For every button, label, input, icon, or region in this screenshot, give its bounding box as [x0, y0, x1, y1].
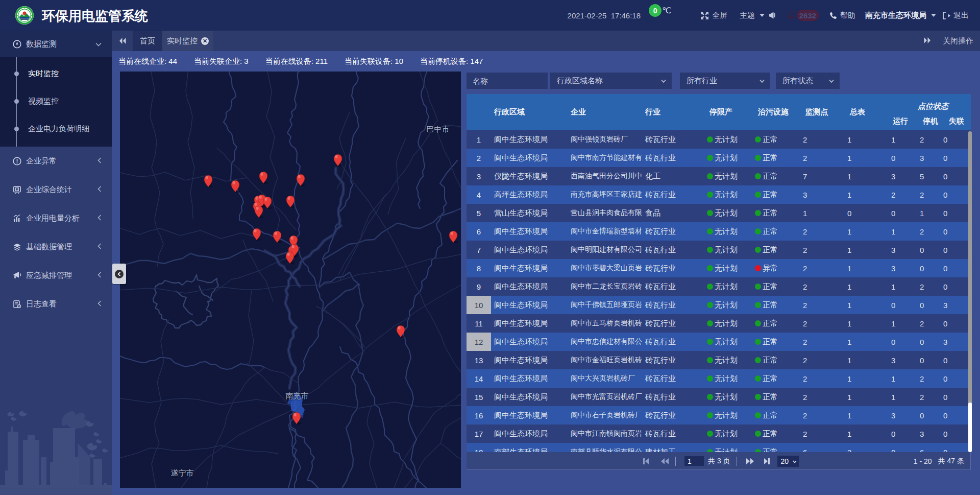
- first-page-button[interactable]: [643, 458, 649, 465]
- theme-dropdown[interactable]: 主题: [740, 11, 765, 20]
- status-filter-select[interactable]: 所有状态: [776, 73, 840, 89]
- header-treatment[interactable]: 治污设施: [751, 94, 800, 130]
- sidebar-item-5[interactable]: 应急减排管理: [0, 261, 112, 290]
- table-row[interactable]: 16阆中生态环境局阆中市石子页岩机砖厂砖瓦行业无计划正常21300: [467, 406, 971, 425]
- cell-index: 7: [467, 241, 491, 259]
- tabs-scroll-left-button[interactable]: [112, 31, 133, 51]
- cell-index: 18: [467, 443, 491, 452]
- table-row[interactable]: 3仪陇生态环境局西南油气田分公司川中化工无计划正常71350: [467, 167, 971, 185]
- map-pin-icon[interactable]: [254, 205, 264, 218]
- header-run[interactable]: 运行: [882, 112, 919, 130]
- sidebar-subitem-0-1[interactable]: 视频监控: [0, 87, 112, 115]
- header-meter[interactable]: 总表: [833, 94, 882, 130]
- tabs-scroll-right-button[interactable]: [923, 37, 932, 45]
- table-row[interactable]: 18南部生态环境局南部县顺华水泥有限公建材加工无计划正常62060: [467, 443, 971, 452]
- cell-meter: 1: [833, 425, 882, 443]
- header-monitor[interactable]: 监测点: [800, 94, 833, 130]
- close-operations-dropdown[interactable]: 关闭操作: [943, 36, 973, 46]
- fullscreen-button[interactable]: 全屏: [700, 11, 727, 20]
- table-row[interactable]: 11阆中生态环境局阆中市五马桥页岩机砖砖瓦行业无计划正常21120: [467, 314, 971, 333]
- sidebar-item-0[interactable]: 数据监测: [0, 31, 112, 57]
- table-row[interactable]: 7阆中生态环境局阆中明阳建材有限公司砖瓦行业无计划正常21300: [467, 241, 971, 259]
- sidebar-subitem-label: 视频监控: [28, 97, 59, 106]
- region-filter-select[interactable]: 行政区域名称: [550, 73, 672, 89]
- table-row[interactable]: 6阆中生态环境局阆中市金博瑞新型墙材砖瓦行业无计划正常21120: [467, 222, 971, 241]
- map-pin-icon[interactable]: [204, 174, 213, 187]
- sidebar-item-2[interactable]: 企业综合统计: [0, 175, 112, 204]
- sidebar-item-3[interactable]: 企业用电量分析: [0, 204, 112, 232]
- map-panel-collapse-button[interactable]: [112, 264, 126, 284]
- notifications[interactable]: 2632: [787, 10, 819, 21]
- table-row[interactable]: 15阆中生态环境局阆中市光富页岩机砖厂砖瓦行业无计划正常21120: [467, 388, 971, 406]
- map-pin-icon[interactable]: [263, 196, 273, 209]
- org-dropdown[interactable]: 南充市生态环境局: [865, 11, 936, 20]
- map-pin-icon[interactable]: [252, 227, 262, 241]
- page-number-input[interactable]: [684, 456, 704, 466]
- sidebar-item-6[interactable]: 日志查看: [0, 290, 112, 318]
- help-button[interactable]: 帮助: [829, 11, 855, 20]
- cell-company: 阆中千佛镇五郎垭页岩: [567, 296, 642, 314]
- table-row[interactable]: 1阆中生态环境局阆中强锐页岩砖厂砖瓦行业无计划正常21120: [467, 130, 971, 149]
- page-size-select[interactable]: 20: [777, 456, 799, 467]
- status-dot-icon: [707, 320, 713, 326]
- map-pin-icon[interactable]: [296, 173, 306, 186]
- header-lost[interactable]: 失联: [942, 112, 971, 130]
- sidebar-subitem-0-0[interactable]: 实时监控: [0, 60, 112, 87]
- sidebar-subitem-0-2[interactable]: 企业电力负荷明细: [0, 115, 112, 143]
- header-industry[interactable]: 行业: [642, 94, 702, 130]
- cell-treatment: 正常: [751, 130, 800, 149]
- table-row[interactable]: 9阆中生态环境局阆中市二龙长宝页岩砖砖瓦行业无计划正常21120: [467, 277, 971, 296]
- sidebar-item-4[interactable]: 基础数据管理: [0, 232, 112, 261]
- double-chevron-left-icon: [118, 37, 127, 44]
- table-row[interactable]: 12阆中生态环境局阆中市忠信建材有限公砖瓦行业无计划正常21003: [467, 333, 971, 351]
- next-page-icon: [746, 458, 754, 465]
- table-scrollbar-thumb[interactable]: [968, 403, 972, 452]
- table-row[interactable]: 13阆中生态环境局阆中市金福旺页岩机砖砖瓦行业无计划正常21300: [467, 351, 971, 369]
- table-row[interactable]: 17阆中生态环境局阆中市江南镇阆南页岩砖瓦行业无计划正常21030: [467, 425, 971, 443]
- stat-item: 当前在线企业: 44: [118, 57, 177, 66]
- header-company[interactable]: 企业: [567, 94, 642, 130]
- tab-home[interactable]: 首页: [133, 31, 162, 51]
- cell-meter: 1: [833, 277, 882, 296]
- cell-run: 0: [882, 296, 919, 314]
- industry-filter-select[interactable]: 所有行业: [680, 73, 770, 89]
- map[interactable]: 巴中市南充市遂宁市: [120, 72, 461, 488]
- table-row[interactable]: 5营山生态环境局营山县润丰肉食品有限食品无计划正常10010: [467, 204, 971, 222]
- mute-button[interactable]: [769, 12, 775, 19]
- prev-page-button[interactable]: [660, 458, 669, 465]
- header-production[interactable]: 停限产: [702, 94, 751, 130]
- table-row[interactable]: 4高坪生态环境局南充市高坪区王家店建砖瓦行业无计划正常31220: [467, 185, 971, 204]
- table-row[interactable]: 2阆中生态环境局阆中市南方节能建材有砖瓦行业无计划正常21030: [467, 149, 971, 167]
- map-pin-icon[interactable]: [333, 153, 343, 167]
- tab-realtime-monitor[interactable]: 实时监控 ✕: [162, 31, 213, 51]
- last-page-button[interactable]: [764, 458, 770, 465]
- map-pin-icon[interactable]: [231, 179, 240, 193]
- sidebar-subitem-label: 企业电力负荷明细: [28, 124, 89, 134]
- cell-lost: 0: [942, 185, 971, 204]
- map-pin-icon[interactable]: [396, 324, 406, 338]
- header-region[interactable]: 行政区域: [491, 94, 567, 130]
- map-pin-icon[interactable]: [292, 411, 302, 425]
- double-chevron-right-icon: [923, 37, 932, 44]
- table-row[interactable]: 14阆中生态环境局阆中大兴页岩机砖厂砖瓦行业无计划正常21120: [467, 369, 971, 388]
- cell-treatment: 正常: [751, 222, 800, 241]
- map-pin-icon[interactable]: [273, 230, 282, 243]
- map-pin-icon[interactable]: [449, 230, 458, 243]
- table-scrollbar[interactable]: [968, 131, 972, 452]
- next-page-button[interactable]: [746, 458, 754, 465]
- status-dot-icon: [707, 192, 713, 198]
- map-pin-icon[interactable]: [285, 251, 295, 264]
- table-row[interactable]: 8阆中生态环境局阆中市枣碧大梁山页岩砖瓦行业无计划异常21300: [467, 259, 971, 277]
- header-stop[interactable]: 停机: [919, 112, 942, 130]
- cell-stop: 2: [919, 130, 942, 149]
- cell-treatment: 正常: [751, 314, 800, 333]
- sidebar-item-1[interactable]: 企业异常: [0, 147, 112, 175]
- map-pin-icon[interactable]: [259, 171, 268, 184]
- cell-stop: 6: [919, 443, 942, 452]
- name-filter-input[interactable]: [467, 73, 548, 89]
- map-pin-icon[interactable]: [286, 195, 296, 208]
- tab-close-icon[interactable]: ✕: [201, 37, 209, 45]
- logout-button[interactable]: 退出: [942, 11, 969, 20]
- chevron-down-icon: [829, 79, 834, 84]
- table-row[interactable]: 10阆中生态环境局阆中千佛镇五郎垭页岩砖瓦行业无计划正常21003: [467, 296, 971, 314]
